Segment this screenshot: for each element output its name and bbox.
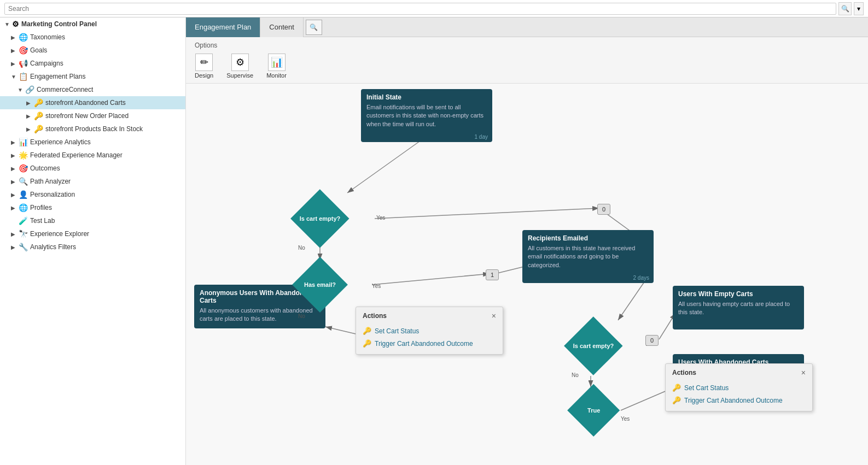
toolbar-item-monitor[interactable]: 📊 Monitor [266,54,287,79]
action-label-set-cart-2: Set Cart Status [684,384,729,392]
arrow-label-yes-2: Yes [372,283,381,289]
action-label-set-cart-1: Set Cart Status [375,327,419,335]
sidebar-icon-storefront-products: 🔑 [34,125,43,133]
sidebar-label-experience-analytics: Experience Analytics [30,138,91,146]
tab-bar: Engagement PlanContent🔍 [186,17,868,37]
sidebar-label-experience-explorer: Experience Explorer [30,230,89,238]
diamond-is-cart-empty-1[interactable]: Is cart empty? [292,190,349,248]
content-area: Engagement PlanContent🔍 Options ✏ Design… [186,17,868,465]
sidebar-label-taxonomies: Taxonomies [30,33,65,41]
sidebar-icon-commerceconnect: 🔗 [25,85,34,94]
sidebar-icon-profiles: 🌐 [19,203,28,212]
sidebar-arrow-storefront-abandoned-carts: ▶ [26,100,34,106]
action-item-set-cart-2[interactable]: 🔑 Set Cart Status [672,381,806,394]
node-title-users-empty-carts: Users With Empty Carts [673,286,804,300]
search-dropdown-button[interactable]: ▾ [854,2,864,15]
diamond-true-diamond[interactable]: True [568,385,620,437]
sidebar-icon-storefront-abandoned-carts: 🔑 [34,98,43,107]
popup-title-actions-popup-1: Actions [363,312,387,320]
sidebar-item-taxonomies[interactable]: ▶ 🌐 Taxonomies [0,31,185,44]
sidebar-icon-test-lab: 🧪 [19,216,28,225]
sidebar-icon-personalization: 👤 [19,190,28,199]
diamond-is-cart-empty-2[interactable]: Is cart empty? [565,317,622,375]
sidebar-icon-analytics-filters: 🔧 [19,243,28,251]
sidebar-item-experience-explorer[interactable]: ▶ 🔭 Experience Explorer [0,227,185,240]
toolbar-item-design[interactable]: ✏ Design [195,54,213,79]
arrow-label-yes-4: Yes [621,416,630,422]
node-footer-initial-state: 1 day [361,133,492,142]
sidebar-arrow-engagement-plans: ▼ [11,74,19,80]
arrow-label-no-3: No [572,372,579,378]
sidebar-item-personalization[interactable]: ▶ 👤 Personalization [0,188,185,201]
sidebar-item-storefront-new-order[interactable]: ▶ 🔑 storefront New Order Placed [0,109,185,122]
diamond-shape-is-cart-empty-2: Is cart empty? [564,317,623,375]
action-item-trigger-cart-2[interactable]: 🔑 Trigger Cart Abandoned Outcome [672,394,806,407]
action-icon-trigger-cart-1: 🔑 [363,339,371,348]
sidebar-item-storefront-products[interactable]: ▶ 🔑 storefront Products Back In Stock [0,122,185,136]
top-search-bar: 🔍 ▾ [0,0,868,17]
sidebar-item-experience-analytics[interactable]: ▶ 📊 Experience Analytics [0,136,185,149]
node-title-recipients-emailed: Recipients Emailed [522,230,654,244]
flow-node-recipients-emailed[interactable]: Recipients Emailed All customers in this… [522,230,654,283]
toolbar-item-supervise[interactable]: ⚙ Supervise [226,54,253,79]
sidebar-item-outcomes[interactable]: ▶ 🎯 Outcomes [0,162,185,175]
toolbar-icon-monitor: 📊 [268,54,286,71]
sidebar-icon-federated-experience-manager: 🌟 [19,151,28,160]
counter-counter-3: 0 [645,335,659,346]
toolbar-label-design: Design [195,72,213,79]
options-title: Options [195,39,859,51]
sidebar-label-storefront-new-order: storefront New Order Placed [45,112,129,120]
sidebar-arrow-experience-analytics: ▶ [11,139,19,145]
sidebar-item-analytics-filters[interactable]: ▶ 🔧 Analytics Filters [0,240,185,254]
action-icon-set-cart-1: 🔑 [363,327,371,335]
sidebar-item-campaigns[interactable]: ▶ 📢 Campaigns [0,57,185,70]
sidebar-arrow-profiles: ▶ [11,205,19,211]
sidebar-label-goals: Goals [30,46,47,54]
sidebar-item-engagement-plans[interactable]: ▼ 📋 Engagement Plans [0,70,185,83]
action-item-set-cart-1[interactable]: 🔑 Set Cart Status [363,325,496,337]
sidebar-arrow-commerceconnect: ▼ [18,87,25,93]
popup-close-actions-popup-1[interactable]: × [492,311,496,320]
flow-node-users-empty-carts[interactable]: Users With Empty Carts All users having … [673,286,804,329]
sidebar-item-goals[interactable]: ▶ 🎯 Goals [0,44,185,57]
sidebar-icon-campaigns: 📢 [19,59,28,68]
sidebar-icon-goals: 🎯 [19,46,28,55]
flow-canvas[interactable]: Initial State Email notifications will b… [186,84,868,465]
sidebar-label-path-analyzer: Path Analyzer [30,178,71,185]
tab-search-button[interactable]: 🔍 [306,20,322,35]
arrow-label-no-2: No [298,313,305,319]
sidebar-item-federated-experience-manager[interactable]: ▶ 🌟 Federated Experience Manager [0,149,185,162]
sidebar-arrow-goals: ▶ [11,48,19,54]
sidebar-icon-path-analyzer: 🔍 [19,177,28,186]
sidebar-item-marketing-control-panel[interactable]: ▼ ⚙ Marketing Control Panel [0,17,185,31]
search-input[interactable] [4,3,836,15]
sidebar-item-storefront-abandoned-carts[interactable]: ▶ 🔑 storefront Abandoned Carts [0,96,185,109]
popup-title-actions-popup-2: Actions [672,369,696,376]
diamond-has-email[interactable]: Has email? [293,257,347,312]
svg-line-13 [325,327,356,334]
sidebar-icon-experience-explorer: 🔭 [19,229,28,238]
canvas-inner: Initial State Email notifications will b… [186,84,842,465]
flow-node-initial-state[interactable]: Initial State Email notifications will b… [361,89,492,142]
arrow-label-no-1: No [298,245,305,251]
node-body-initial-state: Email notifications will be sent to all … [361,103,492,133]
popup-close-actions-popup-2[interactable]: × [801,368,806,377]
tab-content[interactable]: Content [260,17,304,37]
sidebar-item-path-analyzer[interactable]: ▶ 🔍 Path Analyzer [0,175,185,188]
sidebar-item-profiles[interactable]: ▶ 🌐 Profiles [0,201,185,214]
tab-engagement-plan[interactable]: Engagement Plan [186,17,260,37]
search-button[interactable]: 🔍 [838,2,852,15]
diamond-shape-is-cart-empty-1: Is cart empty? [291,190,349,248]
action-item-trigger-cart-1[interactable]: 🔑 Trigger Cart Abandoned Outcome [363,337,496,350]
popup-header-actions-popup-1: Actions × [363,311,496,320]
sidebar-label-personalization: Personalization [30,191,75,198]
sidebar-arrow-marketing-control-panel: ▼ [4,21,12,27]
action-icon-set-cart-2: 🔑 [672,384,681,392]
sidebar-item-commerceconnect[interactable]: ▼ 🔗 CommerceConnect [0,83,185,96]
toolbar: ✏ Design ⚙ Supervise 📊 Monitor [195,51,859,79]
counter-counter-2: 1 [486,269,499,280]
sidebar-arrow-analytics-filters: ▶ [11,244,19,250]
main-layout: ▼ ⚙ Marketing Control Panel ▶ 🌐 Taxonomi… [0,17,868,465]
sidebar-item-test-lab[interactable]: 🧪 Test Lab [0,214,185,227]
sidebar-label-federated-experience-manager: Federated Experience Manager [30,151,123,159]
